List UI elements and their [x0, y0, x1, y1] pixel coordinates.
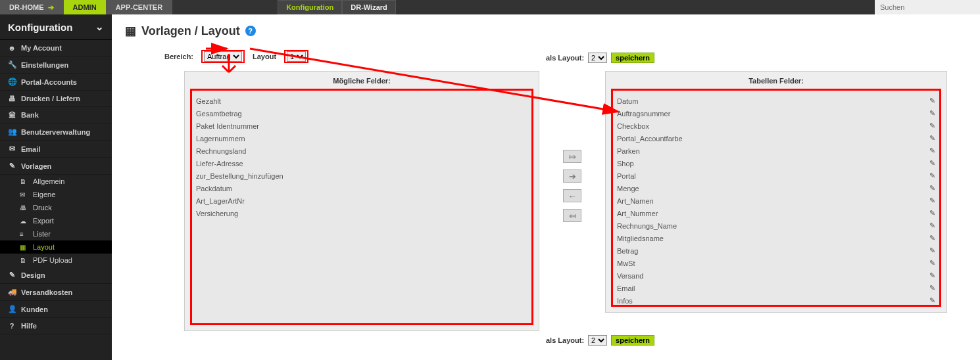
table-field[interactable]: Shop✎	[617, 157, 935, 169]
sidebar-subitem[interactable]: 🗎Allgemein	[0, 175, 112, 188]
panels: Mögliche Felder: GezahltGesamtbetragPake…	[125, 71, 967, 331]
table-field[interactable]: Checkbox✎	[617, 120, 935, 132]
subtab-konfiguration[interactable]: Konfiguration	[278, 0, 342, 14]
bereich-label: Bereich:	[164, 53, 193, 60]
subtab-dr-wizard[interactable]: DR-Wizard	[342, 0, 396, 14]
sidebar-item[interactable]: 🔧Einstellungen	[0, 56, 112, 74]
move-right-button[interactable]: ➔	[563, 169, 581, 183]
table-field[interactable]: Art_Nummer✎	[617, 207, 935, 219]
available-field[interactable]: Packdatum	[196, 182, 527, 194]
sidebar: Konfiguration ⌄ ☻My Account🔧Einstellunge…	[0, 14, 112, 360]
als-layout-select[interactable]: 2	[588, 53, 607, 63]
page-title: ▦ Vorlagen / Layout ?	[125, 24, 967, 38]
move-left-button[interactable]: ←	[563, 189, 581, 202]
sidebar-subitem[interactable]: ✉Eigene	[0, 188, 112, 201]
edit-icon[interactable]: ✎	[929, 246, 935, 255]
help-icon[interactable]: ?	[245, 26, 256, 36]
edit-icon[interactable]: ✎	[929, 97, 935, 105]
edit-icon[interactable]: ✎	[929, 109, 935, 118]
edit-icon[interactable]: ✎	[929, 284, 935, 292]
edit-icon[interactable]: ✎	[929, 146, 935, 155]
edit-icon[interactable]: ✎	[929, 159, 935, 168]
available-field[interactable]: Lagernummern	[196, 132, 527, 145]
edit-icon[interactable]: ✎	[929, 171, 935, 180]
sidebar-subitem[interactable]: 🗎PDF Upload	[0, 254, 112, 267]
sidebar-item[interactable]: 🌐Portal-Accounts	[0, 74, 112, 91]
available-fields-box[interactable]: GezahltGesamtbetragPaket IdentnummerLage…	[190, 89, 533, 325]
move-right-all-button[interactable]: ⤇	[563, 150, 581, 163]
save-button-top[interactable]: speichern	[611, 53, 654, 63]
main-content: ▦ Vorlagen / Layout ? Bereich: Auftrag L…	[112, 14, 980, 360]
available-field[interactable]: zur_Bestellung_hinzufügen	[196, 169, 527, 182]
tab-app-center[interactable]: APP-CENTER	[107, 0, 173, 14]
sidebar-icon: 👥	[8, 127, 16, 136]
controls: Bereich: Auftrag Layout 1	[164, 50, 308, 63]
sidebar-item-vorlagen[interactable]: ✎ Vorlagen	[0, 158, 112, 175]
sidebar-item[interactable]: ☻My Account	[0, 40, 112, 56]
sidebar-subitem[interactable]: ▦Layout	[0, 240, 112, 254]
sidebar-icon: ☻	[8, 44, 16, 52]
table-field[interactable]: Rechnungs_Name✎	[617, 219, 935, 232]
table-fields-box[interactable]: Datum✎Auftragsnummer✎Checkbox✎Portal_Acc…	[611, 89, 941, 307]
als-layout-select-bottom[interactable]: 2	[588, 335, 607, 346]
search-input[interactable]	[875, 0, 980, 14]
edit-icon[interactable]: ✎	[929, 221, 935, 230]
sidebar-item[interactable]: ?Hilfe	[0, 318, 112, 334]
table-field[interactable]: Auftragsnummer✎	[617, 107, 935, 120]
sidebar-subitem[interactable]: 🖶Druck	[0, 201, 112, 214]
table-field[interactable]: Email✎	[617, 282, 935, 294]
tab-dr-home[interactable]: DR-HOME ➔	[0, 0, 64, 14]
table-field[interactable]: Menge✎	[617, 182, 935, 194]
move-left-all-button[interactable]: ⤆	[563, 209, 581, 222]
edit-icon[interactable]: ✎	[929, 196, 935, 205]
available-field[interactable]: Liefer-Adresse	[196, 157, 527, 169]
edit-icon[interactable]: ✎	[929, 271, 935, 280]
available-field[interactable]: Paket Identnummer	[196, 120, 527, 132]
sidebar-item[interactable]: 🖶Drucken / Liefern	[0, 91, 112, 107]
table-field[interactable]: MwSt✎	[617, 257, 935, 269]
als-layout-label-bottom: als Layout:	[546, 336, 584, 344]
panel-table: Tabellen Felder: Datum✎Auftragsnummer✎Ch…	[605, 71, 947, 313]
sidebar-icon: 🔧	[8, 60, 16, 69]
available-field[interactable]: Rechnungsland	[196, 145, 527, 157]
available-field[interactable]: Gesamtbetrag	[196, 107, 527, 120]
table-field[interactable]: Art_Namen✎	[617, 194, 935, 207]
table-field[interactable]: Infos✎	[617, 294, 935, 307]
table-field[interactable]: Portal✎	[617, 169, 935, 182]
bereich-select[interactable]: Auftrag	[204, 51, 242, 62]
sidebar-icon: 🖶	[8, 95, 16, 102]
edit-icon[interactable]: ✎	[929, 184, 935, 192]
table-field[interactable]: Mitgliedsname✎	[617, 232, 935, 244]
edit-icon[interactable]: ✎	[929, 234, 935, 242]
table-field[interactable]: Portal_Accountfarbe✎	[617, 132, 935, 145]
table-field[interactable]: Parken✎	[617, 145, 935, 157]
sidebar-item[interactable]: 👥Benutzerverwaltung	[0, 124, 112, 141]
sidebar-subitem[interactable]: ≡Lister	[0, 227, 112, 240]
sidebar-icon: ▦	[20, 244, 28, 251]
panel-table-title: Tabellen Felder:	[611, 77, 941, 85]
edit-icon[interactable]: ✎	[929, 134, 935, 143]
save-button-bottom[interactable]: speichern	[611, 335, 654, 346]
edit-icon[interactable]: ✎	[929, 296, 935, 305]
available-field[interactable]: Art_LagerArtNr	[196, 194, 527, 207]
table-field[interactable]: Versand✎	[617, 269, 935, 282]
sidebar-subitem[interactable]: ☁Export	[0, 214, 112, 227]
edit-icon[interactable]: ✎	[929, 259, 935, 267]
sidebar-item[interactable]: ✎Design	[0, 267, 112, 284]
table-field[interactable]: Datum✎	[617, 95, 935, 107]
available-field[interactable]: Gezahlt	[196, 95, 527, 107]
sidebar-item[interactable]: 🏛Bank	[0, 107, 112, 124]
tab-admin[interactable]: ADMIN	[64, 0, 107, 14]
sidebar-item[interactable]: ✉Email	[0, 141, 112, 158]
sidebar-icon: ?	[8, 322, 16, 330]
sidebar-title[interactable]: Konfiguration ⌄	[0, 14, 112, 40]
available-field[interactable]: Versicherung	[196, 207, 527, 219]
sidebar-item[interactable]: 🚚Versandkosten	[0, 284, 112, 301]
sidebar-item[interactable]: 👤Kunden	[0, 301, 112, 318]
sidebar-icon: ✉	[8, 145, 16, 153]
layout-select[interactable]: 1	[287, 51, 306, 62]
edit-icon[interactable]: ✎	[929, 209, 935, 217]
table-field[interactable]: Betrag✎	[617, 244, 935, 257]
edit-icon[interactable]: ✎	[929, 122, 935, 130]
layout-label: Layout	[253, 53, 276, 60]
